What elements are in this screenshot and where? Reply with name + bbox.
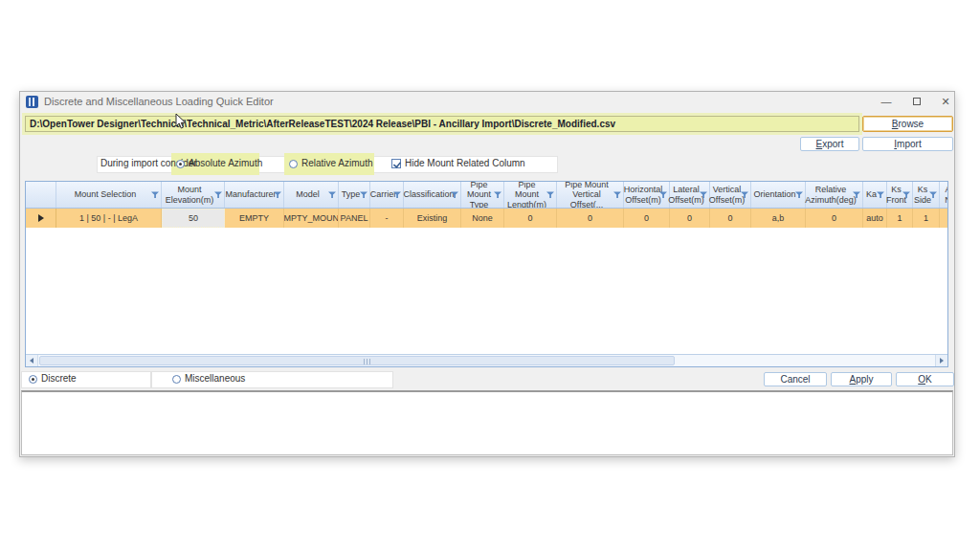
grid-cell[interactable]: EMPTY bbox=[225, 209, 284, 228]
column-header[interactable]: Lateral Offset(m) bbox=[670, 182, 710, 208]
miscellaneous-label[interactable]: Miscellaneous bbox=[185, 373, 245, 384]
grid-cell[interactable]: 0 bbox=[624, 209, 670, 228]
grid-cell[interactable]: 1 | 50 | - | LegA bbox=[56, 209, 162, 228]
column-header[interactable]: Type bbox=[339, 182, 370, 208]
column-header[interactable]: Ks Front bbox=[887, 182, 913, 208]
column-header-label: Vertical Offset(m) bbox=[707, 185, 753, 205]
relative-azimuth-radio[interactable] bbox=[289, 160, 298, 168]
discrete-label[interactable]: Discrete bbox=[41, 373, 77, 384]
discrete-radio[interactable] bbox=[29, 375, 37, 384]
filter-icon[interactable] bbox=[151, 191, 159, 199]
hide-mount-label[interactable]: Hide Mount Related Column bbox=[405, 158, 525, 168]
grid-cell[interactable]: 0 bbox=[504, 209, 557, 228]
column-header[interactable]: Manufacturer bbox=[225, 182, 284, 208]
grid-cell[interactable]: PANEL bbox=[339, 209, 370, 228]
column-header-label: Pipe Mount Length(m) bbox=[504, 182, 556, 209]
column-header-label: Orientation bbox=[751, 189, 804, 199]
app-icon bbox=[26, 96, 38, 108]
title-bar[interactable]: Discrete and Miscellaneous Loading Quick… bbox=[20, 92, 954, 112]
detail-panel bbox=[21, 390, 953, 455]
maximize-icon[interactable] bbox=[906, 94, 927, 109]
column-header[interactable]: Mount Selection bbox=[56, 182, 162, 208]
column-header[interactable]: Relative Azimuth(deg) bbox=[806, 182, 863, 208]
import-button[interactable]: Import bbox=[862, 137, 953, 151]
window-title: Discrete and Miscellaneous Loading Quick… bbox=[44, 96, 274, 107]
column-header-label: Ks Front bbox=[884, 185, 915, 205]
column-header[interactable]: Carrier bbox=[370, 182, 404, 208]
absolute-azimuth-label[interactable]: Absolute Azimuth bbox=[189, 158, 262, 168]
column-header-label: Manufacturer bbox=[223, 189, 284, 199]
column-header-label: Mount Selection bbox=[73, 189, 145, 199]
relative-azimuth-label[interactable]: Relative Azimuth bbox=[301, 158, 372, 168]
column-header-label: Ka bbox=[864, 189, 885, 199]
grid-cell[interactable]: 1 bbox=[887, 209, 913, 228]
column-header-label: Carrier bbox=[368, 189, 406, 199]
browse-button-label: Browse bbox=[892, 119, 924, 129]
import-button-label: Import bbox=[894, 139, 921, 149]
column-header[interactable]: Vertical Offset(m) bbox=[710, 182, 751, 208]
grid-cell[interactable]: 1 bbox=[913, 209, 940, 228]
hide-mount-checkbox[interactable] bbox=[391, 159, 401, 168]
grid-cell[interactable]: None bbox=[461, 209, 504, 228]
cancel-button[interactable]: Cancel bbox=[764, 372, 827, 386]
scroll-right-icon[interactable] bbox=[935, 355, 947, 366]
ok-button[interactable]: OK bbox=[896, 372, 954, 386]
column-header-label: Mount Elevation(m) bbox=[162, 185, 224, 205]
column-header[interactable]: Model bbox=[284, 182, 339, 208]
file-path-input[interactable]: D:\OpenTower Designer\Technical\Technica… bbox=[25, 116, 859, 132]
column-header-label: Classification bbox=[401, 189, 462, 199]
grid-cell[interactable]: Existing bbox=[404, 209, 461, 228]
grid-data-row[interactable]: 1 | 50 | - | LegA50EMPTYEMPTY_MOUNTPANEL… bbox=[26, 209, 947, 228]
grid-cell[interactable]: - bbox=[370, 209, 404, 228]
close-icon[interactable]: ✕ bbox=[935, 94, 956, 109]
column-header[interactable]: Horizontal Offset(m) bbox=[624, 182, 670, 208]
miscellaneous-radio[interactable] bbox=[172, 375, 181, 384]
mouse-cursor bbox=[175, 113, 187, 130]
row-indicator-header bbox=[26, 182, 56, 208]
scroll-left-icon[interactable] bbox=[26, 355, 38, 366]
scrollbar-thumb[interactable] bbox=[39, 356, 675, 365]
row-arrow-icon bbox=[38, 214, 44, 222]
grid-cell[interactable]: 0 bbox=[670, 209, 710, 228]
column-header[interactable]: Pipe Mount Length(m) bbox=[504, 182, 557, 208]
current-row-indicator bbox=[26, 209, 56, 228]
cancel-button-label: Cancel bbox=[780, 374, 810, 385]
quick-editor-dialog: Discrete and Miscellaneous Loading Quick… bbox=[19, 91, 955, 457]
ok-button-label: OK bbox=[918, 374, 931, 385]
column-header[interactable]: Classification bbox=[404, 182, 461, 208]
column-header-label: Model bbox=[294, 189, 328, 199]
grid-cell[interactable]: 0 bbox=[710, 209, 751, 228]
apply-button[interactable]: Apply bbox=[831, 372, 892, 386]
minimize-icon[interactable]: — bbox=[876, 94, 897, 109]
horizontal-scrollbar[interactable] bbox=[26, 354, 947, 366]
grid-cell[interactable]: 50 bbox=[162, 209, 225, 228]
export-button[interactable]: Export bbox=[800, 137, 859, 151]
absolute-azimuth-radio[interactable] bbox=[176, 160, 185, 168]
apply-button-label: Apply bbox=[849, 374, 873, 385]
grid-cell[interactable]: a,b bbox=[751, 209, 806, 228]
column-header[interactable]: Ks Side bbox=[913, 182, 940, 208]
column-header-label: Ks Side bbox=[912, 185, 940, 205]
export-button-label: Export bbox=[816, 139, 844, 149]
grid-cell[interactable] bbox=[940, 209, 947, 228]
browse-button[interactable]: Browse bbox=[862, 116, 953, 132]
grid-cell[interactable]: auto bbox=[863, 209, 887, 228]
column-header-label: Lateral Offset(m) bbox=[666, 185, 712, 205]
column-header-label: Pipe Mount Vertical Offset(... bbox=[557, 182, 623, 209]
column-header[interactable]: Mount Elevation(m) bbox=[162, 182, 225, 208]
column-header[interactable]: Pipe Mount Type bbox=[461, 182, 504, 208]
grid-cell[interactable]: EMPTY_MOUNT bbox=[284, 209, 339, 228]
column-header[interactable]: Ap No bbox=[940, 182, 947, 208]
column-header[interactable]: Orientation bbox=[751, 182, 806, 208]
grid-header-row: Mount SelectionMount Elevation(m)Manufac… bbox=[26, 182, 947, 209]
column-header[interactable]: Pipe Mount Vertical Offset(... bbox=[557, 182, 624, 208]
column-header-label: Ap No bbox=[940, 185, 947, 205]
loading-grid: Mount SelectionMount Elevation(m)Manufac… bbox=[25, 181, 948, 367]
grid-cell[interactable]: 0 bbox=[557, 209, 624, 228]
scrollbar-grip bbox=[364, 359, 370, 364]
column-header-label: Relative Azimuth(deg) bbox=[803, 185, 865, 205]
grid-cell[interactable]: 0 bbox=[806, 209, 863, 228]
filter-icon[interactable] bbox=[328, 191, 336, 199]
